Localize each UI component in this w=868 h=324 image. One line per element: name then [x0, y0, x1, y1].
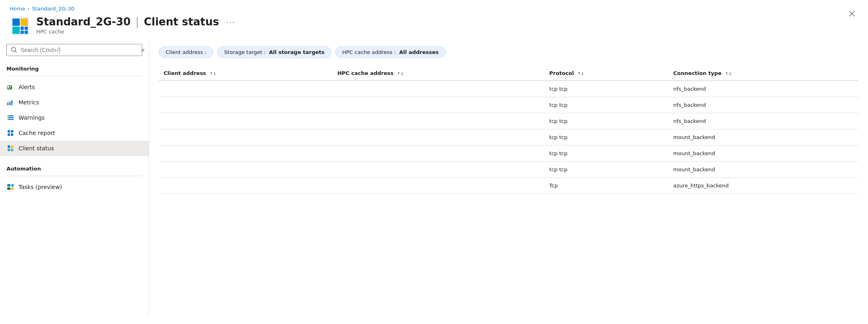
collapse-sidebar-button[interactable]: «	[137, 44, 149, 56]
sidebar-item-tasks-label: Tasks (preview)	[19, 184, 62, 190]
table-cell-row0-col2: tcp tcp	[544, 81, 669, 97]
tasks-icon	[6, 183, 15, 191]
col-header-client-address[interactable]: Client address ↑↓	[159, 66, 332, 81]
svg-rect-34	[12, 150, 14, 152]
table-cell-row4-col1	[332, 145, 544, 162]
sort-icon-protocol: ↑↓	[577, 72, 584, 76]
table-cell-row6-col2: Tcp	[544, 178, 669, 194]
close-button[interactable]	[845, 7, 858, 20]
svg-rect-6	[21, 31, 24, 34]
filter-client-address-label: Client address :	[166, 49, 206, 55]
table-cell-row0-col1	[332, 81, 544, 97]
svg-rect-14	[7, 103, 8, 105]
breadcrumb-separator: ›	[27, 6, 29, 12]
table-cell-row3-col0	[159, 129, 332, 145]
col-header-connection-type[interactable]: Connection type ↑↓	[669, 66, 858, 81]
sidebar-item-warnings[interactable]: Warnings	[0, 110, 149, 125]
svg-rect-26	[8, 133, 10, 136]
svg-rect-7	[25, 31, 28, 34]
table-cell-row6-col0	[159, 178, 332, 194]
svg-rect-16	[11, 100, 12, 105]
breadcrumb: Home › Standard_2G-30	[0, 0, 868, 12]
table-row: tcp tcpmount_backend	[159, 129, 858, 145]
automation-section-label: Automation	[0, 162, 149, 174]
table-cell-row0-col0	[159, 81, 332, 97]
title-resource: Standard_2G-30	[36, 16, 131, 28]
col-header-hpc-cache-address[interactable]: HPC cache address ↑↓	[332, 66, 544, 81]
table-cell-row2-col0	[159, 113, 332, 129]
svg-rect-37	[7, 187, 10, 190]
svg-rect-12	[10, 86, 12, 87]
sidebar-item-cache-report[interactable]: Cache report	[0, 125, 149, 141]
filter-hpc-cache-bold: All addresses	[399, 49, 438, 55]
table-row: Tcpazure_https_backend	[159, 178, 858, 194]
svg-rect-22	[7, 117, 8, 118]
svg-rect-31	[11, 149, 12, 150]
table-cell-row5-col1	[332, 162, 544, 178]
monitoring-divider	[6, 76, 142, 76]
table-cell-row1-col3: nfs_backend	[669, 97, 858, 113]
table-cell-row4-col0	[159, 145, 332, 162]
page-subtitle: HPC cache	[36, 29, 858, 35]
ellipsis-button[interactable]: ···	[224, 17, 238, 27]
sidebar-item-cache-report-label: Cache report	[19, 130, 55, 136]
svg-rect-29	[11, 145, 13, 148]
client-status-icon	[6, 144, 15, 152]
sidebar-item-tasks-preview[interactable]: Tasks (preview)	[0, 179, 149, 195]
svg-rect-25	[11, 130, 13, 133]
filter-chip-storage-target[interactable]: Storage target : All storage targets	[217, 46, 331, 58]
sidebar-item-client-status[interactable]: Client status	[0, 141, 149, 156]
sidebar: « Monitoring Alerts	[0, 40, 149, 316]
filter-chip-client-address[interactable]: Client address :	[159, 46, 213, 58]
sidebar-item-metrics[interactable]: Metrics	[0, 95, 149, 110]
svg-rect-27	[11, 133, 13, 136]
filter-chip-hpc-cache-address[interactable]: HPC cache address : All addresses	[335, 46, 445, 58]
table-row: tcp tcpnfs_backend	[159, 97, 858, 113]
svg-rect-4	[21, 27, 24, 30]
table-cell-row4-col3: mount_backend	[669, 145, 858, 162]
table-cell-row1-col1	[332, 97, 544, 113]
table-cell-row5-col2: tcp tcp	[544, 162, 669, 178]
svg-rect-23	[7, 119, 8, 120]
table-cell-row3-col1	[332, 129, 544, 145]
sidebar-item-metrics-label: Metrics	[19, 99, 39, 106]
table-cell-row1-col2: tcp tcp	[544, 97, 669, 113]
breadcrumb-resource[interactable]: Standard_2G-30	[32, 6, 74, 12]
search-input[interactable]	[21, 47, 138, 53]
filter-storage-target-bold: All storage targets	[269, 49, 325, 55]
alerts-icon	[6, 83, 15, 91]
automation-divider	[6, 176, 142, 176]
filter-hpc-cache-plain: HPC cache address :	[342, 49, 397, 55]
sort-icon-connection-type: ↑↓	[725, 72, 732, 76]
title-divider: |	[135, 16, 139, 28]
breadcrumb-home[interactable]: Home	[10, 6, 25, 12]
page-header: Standard_2G-30 | Client status ··· HPC c…	[0, 12, 868, 37]
svg-rect-13	[10, 87, 11, 87]
svg-rect-1	[12, 19, 20, 26]
page-icon	[10, 16, 31, 37]
svg-point-8	[12, 48, 16, 52]
client-status-table: Client address ↑↓ HPC cache address ↑↓ P…	[159, 66, 858, 194]
table-cell-row2-col1	[332, 113, 544, 129]
col-header-protocol[interactable]: Protocol ↑↓	[544, 66, 669, 81]
main-layout: « Monitoring Alerts	[0, 40, 868, 316]
sort-icon-hpc-cache-address: ↑↓	[397, 72, 404, 76]
table-cell-row6-col1	[332, 178, 544, 194]
table-cell-row2-col3: nfs_backend	[669, 113, 858, 129]
table-cell-row6-col3: azure_https_backend	[669, 178, 858, 194]
sidebar-item-warnings-label: Warnings	[19, 114, 45, 121]
table-row: tcp tcpnfs_backend	[159, 113, 858, 129]
table-row: tcp tcpmount_backend	[159, 145, 858, 162]
svg-rect-38	[11, 187, 14, 190]
title-section: Client status	[144, 16, 219, 28]
sidebar-item-alerts-label: Alerts	[19, 84, 35, 90]
table-cell-row5-col3: mount_backend	[669, 162, 858, 178]
page-title: Standard_2G-30 | Client status ···	[36, 16, 858, 28]
table-cell-row2-col2: tcp tcp	[544, 113, 669, 129]
svg-rect-36	[11, 184, 14, 187]
page-title-area: Standard_2G-30 | Client status ··· HPC c…	[36, 16, 858, 35]
svg-rect-30	[8, 149, 10, 151]
close-icon	[849, 11, 855, 17]
warnings-icon	[6, 114, 15, 122]
sidebar-item-alerts[interactable]: Alerts	[0, 79, 149, 95]
